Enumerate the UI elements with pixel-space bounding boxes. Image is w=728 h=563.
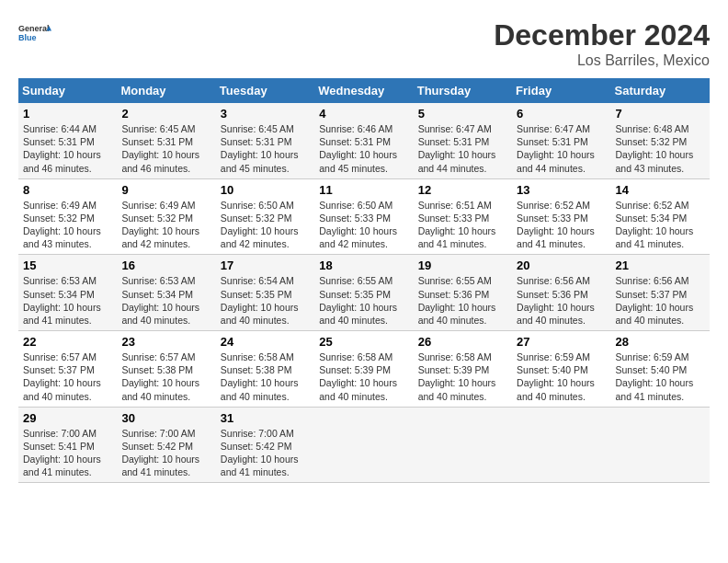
- day-number: 7: [616, 107, 706, 121]
- logo: General Blue: [18, 18, 51, 52]
- calendar-cell: 23Sunrise: 6:57 AMSunset: 5:38 PMDayligh…: [117, 331, 215, 408]
- day-info: Sunrise: 6:45 AMSunset: 5:31 PMDaylight:…: [121, 122, 211, 175]
- header-day-wednesday: Wednesday: [314, 78, 413, 103]
- week-row-5: 29Sunrise: 7:00 AMSunset: 5:41 PMDayligh…: [18, 407, 710, 483]
- day-number: 1: [23, 107, 113, 121]
- calendar-table: SundayMondayTuesdayWednesdayThursdayFrid…: [18, 78, 710, 483]
- calendar-cell: 20Sunrise: 6:56 AMSunset: 5:36 PMDayligh…: [512, 255, 610, 331]
- calendar-cell: 21Sunrise: 6:56 AMSunset: 5:37 PMDayligh…: [611, 255, 710, 331]
- calendar-cell: 26Sunrise: 6:58 AMSunset: 5:39 PMDayligh…: [414, 331, 512, 408]
- day-number: 26: [418, 335, 508, 349]
- header-day-friday: Friday: [512, 78, 610, 103]
- svg-text:General: General: [18, 24, 50, 33]
- day-number: 9: [121, 183, 211, 197]
- week-row-4: 22Sunrise: 6:57 AMSunset: 5:37 PMDayligh…: [18, 331, 710, 408]
- day-info: Sunrise: 6:56 AMSunset: 5:37 PMDaylight:…: [616, 274, 706, 327]
- day-info: Sunrise: 6:57 AMSunset: 5:38 PMDaylight:…: [121, 350, 211, 403]
- day-number: 22: [23, 335, 113, 349]
- calendar-cell: 12Sunrise: 6:51 AMSunset: 5:33 PMDayligh…: [414, 178, 512, 255]
- day-number: 28: [616, 335, 706, 349]
- week-row-2: 8Sunrise: 6:49 AMSunset: 5:32 PMDaylight…: [18, 178, 710, 255]
- logo-svg: General Blue: [18, 18, 51, 52]
- day-info: Sunrise: 6:50 AMSunset: 5:33 PMDaylight:…: [319, 199, 409, 251]
- day-info: Sunrise: 6:56 AMSunset: 5:36 PMDaylight:…: [517, 274, 607, 327]
- day-info: Sunrise: 6:59 AMSunset: 5:40 PMDaylight:…: [616, 350, 706, 403]
- day-info: Sunrise: 6:58 AMSunset: 5:38 PMDaylight:…: [221, 350, 311, 403]
- day-number: 27: [517, 335, 607, 349]
- calendar-cell: [314, 407, 413, 483]
- calendar-cell: 3Sunrise: 6:45 AMSunset: 5:31 PMDaylight…: [216, 103, 314, 178]
- day-number: 30: [121, 411, 211, 425]
- day-info: Sunrise: 6:44 AMSunset: 5:31 PMDaylight:…: [23, 122, 113, 175]
- day-number: 24: [221, 335, 311, 349]
- day-info: Sunrise: 6:55 AMSunset: 5:36 PMDaylight:…: [418, 274, 508, 327]
- day-info: Sunrise: 6:57 AMSunset: 5:37 PMDaylight:…: [23, 350, 113, 403]
- day-number: 2: [121, 107, 211, 121]
- day-number: 21: [616, 259, 706, 272]
- day-info: Sunrise: 7:00 AMSunset: 5:42 PMDaylight:…: [121, 427, 211, 479]
- calendar-cell: 4Sunrise: 6:46 AMSunset: 5:31 PMDaylight…: [314, 103, 413, 178]
- day-info: Sunrise: 6:47 AMSunset: 5:31 PMDaylight:…: [517, 122, 607, 175]
- day-info: Sunrise: 6:52 AMSunset: 5:33 PMDaylight:…: [517, 199, 607, 251]
- day-number: 19: [418, 259, 508, 272]
- day-info: Sunrise: 6:50 AMSunset: 5:32 PMDaylight:…: [221, 199, 311, 251]
- day-number: 3: [221, 107, 311, 121]
- calendar-cell: 11Sunrise: 6:50 AMSunset: 5:33 PMDayligh…: [314, 178, 413, 255]
- calendar-cell: 22Sunrise: 6:57 AMSunset: 5:37 PMDayligh…: [18, 331, 117, 408]
- calendar-cell: 15Sunrise: 6:53 AMSunset: 5:34 PMDayligh…: [18, 255, 117, 331]
- day-number: 25: [319, 335, 409, 349]
- calendar-cell: 14Sunrise: 6:52 AMSunset: 5:34 PMDayligh…: [611, 178, 710, 255]
- day-info: Sunrise: 6:49 AMSunset: 5:32 PMDaylight:…: [23, 199, 113, 251]
- header-day-sunday: Sunday: [18, 78, 117, 103]
- calendar-cell: 1Sunrise: 6:44 AMSunset: 5:31 PMDaylight…: [18, 103, 117, 178]
- day-info: Sunrise: 6:51 AMSunset: 5:33 PMDaylight:…: [418, 199, 508, 251]
- header-day-tuesday: Tuesday: [216, 78, 314, 103]
- calendar-cell: 28Sunrise: 6:59 AMSunset: 5:40 PMDayligh…: [611, 331, 710, 408]
- day-number: 11: [319, 183, 409, 197]
- day-info: Sunrise: 6:58 AMSunset: 5:39 PMDaylight:…: [418, 350, 508, 403]
- calendar-cell: 24Sunrise: 6:58 AMSunset: 5:38 PMDayligh…: [216, 331, 314, 408]
- location-title: Los Barriles, Mexico: [494, 52, 710, 69]
- calendar-cell: [611, 407, 710, 483]
- day-info: Sunrise: 6:48 AMSunset: 5:32 PMDaylight:…: [616, 122, 706, 175]
- day-info: Sunrise: 6:53 AMSunset: 5:34 PMDaylight:…: [23, 274, 113, 327]
- day-info: Sunrise: 6:54 AMSunset: 5:35 PMDaylight:…: [221, 274, 311, 327]
- day-number: 17: [221, 259, 311, 272]
- day-info: Sunrise: 6:53 AMSunset: 5:34 PMDaylight:…: [121, 274, 211, 327]
- header-day-saturday: Saturday: [611, 78, 710, 103]
- calendar-cell: 10Sunrise: 6:50 AMSunset: 5:32 PMDayligh…: [216, 178, 314, 255]
- day-number: 14: [616, 183, 706, 197]
- day-number: 4: [319, 107, 409, 121]
- day-info: Sunrise: 7:00 AMSunset: 5:41 PMDaylight:…: [23, 427, 113, 479]
- day-number: 31: [221, 411, 311, 425]
- title-area: December 2024 Los Barriles, Mexico: [494, 18, 710, 69]
- header: General Blue December 2024 Los Barriles,…: [18, 18, 710, 69]
- calendar-cell: 8Sunrise: 6:49 AMSunset: 5:32 PMDaylight…: [18, 178, 117, 255]
- day-number: 8: [23, 183, 113, 197]
- header-row: SundayMondayTuesdayWednesdayThursdayFrid…: [18, 78, 710, 103]
- calendar-cell: 16Sunrise: 6:53 AMSunset: 5:34 PMDayligh…: [117, 255, 215, 331]
- day-info: Sunrise: 6:58 AMSunset: 5:39 PMDaylight:…: [319, 350, 409, 403]
- calendar-cell: 13Sunrise: 6:52 AMSunset: 5:33 PMDayligh…: [512, 178, 610, 255]
- calendar-cell: 29Sunrise: 7:00 AMSunset: 5:41 PMDayligh…: [18, 407, 117, 483]
- calendar-cell: 2Sunrise: 6:45 AMSunset: 5:31 PMDaylight…: [117, 103, 215, 178]
- calendar-cell: 25Sunrise: 6:58 AMSunset: 5:39 PMDayligh…: [314, 331, 413, 408]
- week-row-1: 1Sunrise: 6:44 AMSunset: 5:31 PMDaylight…: [18, 103, 710, 178]
- day-info: Sunrise: 7:00 AMSunset: 5:42 PMDaylight:…: [221, 427, 311, 479]
- calendar-cell: 7Sunrise: 6:48 AMSunset: 5:32 PMDaylight…: [611, 103, 710, 178]
- header-day-thursday: Thursday: [414, 78, 512, 103]
- day-info: Sunrise: 6:52 AMSunset: 5:34 PMDaylight:…: [616, 199, 706, 251]
- calendar-cell: 6Sunrise: 6:47 AMSunset: 5:31 PMDaylight…: [512, 103, 610, 178]
- day-number: 20: [517, 259, 607, 272]
- day-info: Sunrise: 6:49 AMSunset: 5:32 PMDaylight:…: [121, 199, 211, 251]
- month-title: December 2024: [494, 18, 710, 52]
- svg-text:Blue: Blue: [18, 33, 37, 42]
- calendar-cell: [512, 407, 610, 483]
- calendar-cell: 9Sunrise: 6:49 AMSunset: 5:32 PMDaylight…: [117, 178, 215, 255]
- calendar-cell: 31Sunrise: 7:00 AMSunset: 5:42 PMDayligh…: [216, 407, 314, 483]
- day-number: 18: [319, 259, 409, 272]
- day-info: Sunrise: 6:47 AMSunset: 5:31 PMDaylight:…: [418, 122, 508, 175]
- week-row-3: 15Sunrise: 6:53 AMSunset: 5:34 PMDayligh…: [18, 255, 710, 331]
- calendar-cell: [414, 407, 512, 483]
- header-day-monday: Monday: [117, 78, 215, 103]
